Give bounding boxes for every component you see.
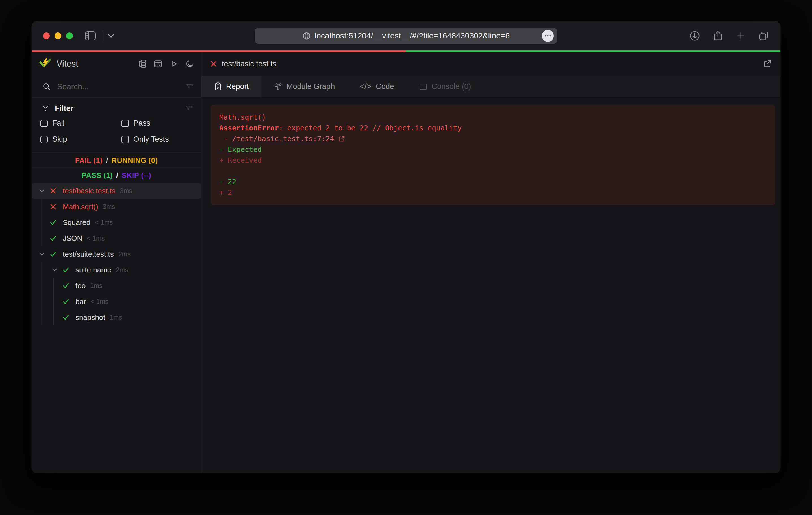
error-message: : expected 2 to be 22 // Object.is equal… (279, 123, 462, 133)
tab-module-graph[interactable]: Module Graph (261, 76, 347, 97)
test-label: Math.sqrt() (63, 203, 98, 211)
test-duration: 1ms (90, 282, 102, 290)
filter-section: Filter Fail Pass (32, 98, 201, 153)
summary-row-pass-skip: PASS (1) / SKIP (--) (32, 168, 201, 183)
test-label: bar (76, 297, 86, 306)
tabs-overview-icon[interactable] (758, 30, 769, 41)
close-window-button[interactable] (43, 32, 50, 39)
tab-report[interactable]: Report (201, 76, 261, 97)
globe-icon (302, 32, 311, 40)
open-in-editor-icon[interactable] (763, 59, 772, 68)
test-duration: < 1ms (95, 219, 113, 226)
sidebar-toggle-icon[interactable] (85, 31, 96, 41)
filter-icon (42, 104, 50, 112)
run-all-icon[interactable] (170, 60, 178, 68)
stack-trace-link[interactable]: - /test/basic.test.ts:7:24 (219, 133, 767, 144)
test-label: snapshot (76, 313, 106, 322)
checkbox-icon[interactable] (40, 120, 48, 127)
pass-icon (62, 298, 70, 305)
tab-label: Code (376, 82, 394, 91)
fail-icon (49, 203, 57, 210)
tree-row-test-math-sqrt[interactable]: Math.sqrt() 3ms (32, 199, 201, 215)
summary-separator: / (116, 171, 118, 180)
test-duration: 2ms (118, 250, 130, 258)
tab-bar: Report Module Graph </> Code (201, 76, 780, 98)
filter-checkbox-fail[interactable]: Fail (40, 115, 121, 131)
sidebar-header: Vitest (32, 52, 201, 76)
filter-checkbox-skip[interactable]: Skip (40, 131, 121, 147)
checkbox-label: Skip (52, 135, 67, 144)
checkbox-icon[interactable] (121, 136, 129, 143)
chevron-down-icon[interactable] (38, 189, 46, 193)
test-duration: 2ms (116, 266, 128, 274)
checkbox-label: Only Tests (133, 135, 169, 144)
clear-search-filter-icon[interactable] (186, 83, 194, 91)
tab-label: Report (226, 82, 249, 91)
tree-row-suite-name[interactable]: suite name 2ms (32, 262, 201, 278)
skip-count: SKIP (--) (122, 171, 151, 180)
chevron-down-icon[interactable] (108, 34, 114, 38)
tree-row-file-suite[interactable]: test/suite.test.ts 2ms (32, 246, 201, 262)
fail-icon (210, 60, 217, 67)
tree-row-test-json[interactable]: JSON < 1ms (32, 231, 201, 246)
tab-label: Console (0) (432, 82, 471, 91)
traffic-lights (43, 32, 73, 39)
test-duration: 3ms (103, 203, 115, 211)
test-duration: < 1ms (87, 235, 105, 242)
test-tree: test/basic.test.ts 3ms Math.sqrt() 3ms (32, 183, 201, 473)
tab-console[interactable]: Console (0) (407, 76, 484, 97)
tree-row-file-basic[interactable]: test/basic.test.ts 3ms (32, 183, 201, 199)
toolbar-separator (102, 30, 102, 42)
diff-blank-line (219, 166, 767, 177)
tree-row-test-foo[interactable]: foo 1ms (32, 278, 201, 294)
fail-icon (49, 187, 57, 194)
pass-count: PASS (1) (82, 171, 113, 180)
browser-window: localhost:51204/__vitest__/#/?file=16484… (32, 21, 780, 473)
file-name: test/basic.test.ts (222, 60, 277, 68)
error-name: AssertionError (219, 123, 279, 133)
tree-row-test-snapshot[interactable]: snapshot 1ms (32, 309, 201, 325)
summary-separator: / (106, 156, 108, 165)
error-test-name: Math.sqrt() (219, 112, 767, 123)
download-icon[interactable] (689, 30, 700, 41)
url-bar[interactable]: localhost:51204/__vitest__/#/?file=16484… (255, 28, 557, 44)
filter-checkbox-only-tests[interactable]: Only Tests (121, 131, 201, 147)
test-label: test/basic.test.ts (63, 187, 115, 195)
test-label: foo (76, 281, 86, 290)
search-row (32, 76, 201, 98)
ellipsis-icon[interactable] (542, 30, 554, 42)
diff-expected-label: - Expected (219, 144, 767, 155)
dark-mode-icon[interactable] (185, 60, 194, 68)
test-duration: < 1ms (91, 298, 109, 305)
clear-filter-icon[interactable] (185, 104, 193, 112)
search-icon (42, 83, 51, 91)
tab-code[interactable]: </> Code (347, 76, 407, 97)
diff-expected-value: - 22 (219, 177, 767, 187)
tree-row-test-bar[interactable]: bar < 1ms (32, 294, 201, 309)
file-header: test/basic.test.ts (201, 52, 780, 76)
new-tab-icon[interactable] (736, 31, 746, 41)
external-link-icon[interactable] (338, 135, 345, 143)
report-icon (214, 83, 222, 91)
test-label: test/suite.test.ts (63, 250, 114, 259)
share-icon[interactable] (713, 30, 723, 41)
dashboard-icon[interactable] (154, 60, 162, 68)
chevron-down-icon[interactable] (38, 252, 46, 256)
zoom-window-button[interactable] (66, 32, 73, 39)
filter-title: Filter (55, 104, 74, 113)
filter-checkbox-pass[interactable]: Pass (121, 115, 201, 131)
tree-view-icon[interactable] (138, 60, 146, 68)
browser-toolbar: localhost:51204/__vitest__/#/?file=16484… (32, 21, 780, 50)
error-report-card: Math.sqrt() AssertionError: expected 2 t… (211, 105, 775, 205)
diff-received-value: + 2 (219, 187, 767, 198)
checkbox-icon[interactable] (40, 136, 48, 143)
chevron-down-icon[interactable] (51, 268, 58, 272)
checkbox-icon[interactable] (121, 120, 129, 127)
search-input[interactable] (57, 82, 186, 91)
minimize-window-button[interactable] (55, 32, 61, 39)
vitest-logo-icon (39, 57, 52, 70)
tree-row-test-squared[interactable]: Squared < 1ms (32, 215, 201, 231)
code-icon: </> (360, 82, 372, 91)
report-panel: Math.sqrt() AssertionError: expected 2 t… (201, 98, 780, 473)
error-message-line: AssertionError: expected 2 to be 22 // O… (219, 123, 767, 133)
